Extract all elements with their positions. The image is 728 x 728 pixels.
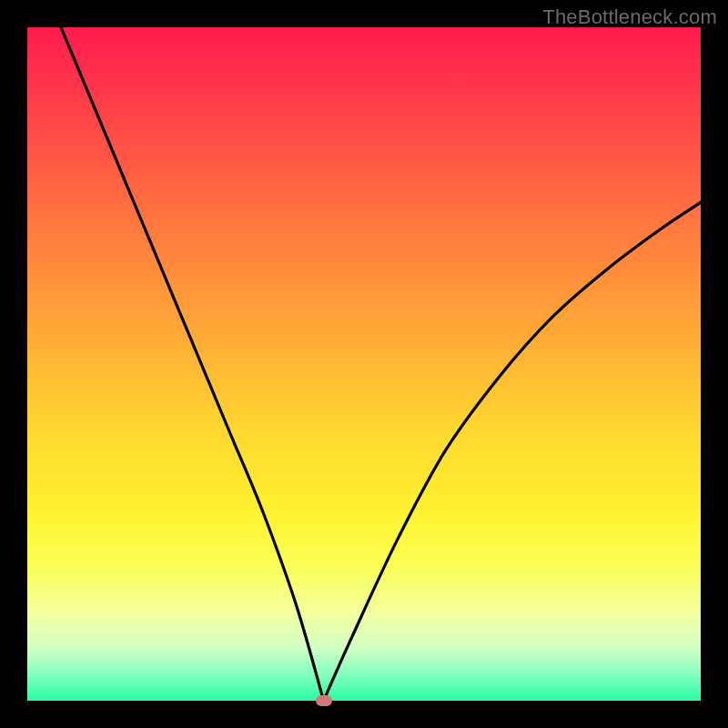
chart-frame: TheBottleneck.com — [0, 0, 728, 728]
plot-area — [27, 27, 701, 701]
bottleneck-curve-path — [61, 27, 701, 701]
vertex-marker — [316, 695, 332, 706]
curve-svg — [27, 27, 701, 701]
watermark-text: TheBottleneck.com — [542, 5, 717, 29]
